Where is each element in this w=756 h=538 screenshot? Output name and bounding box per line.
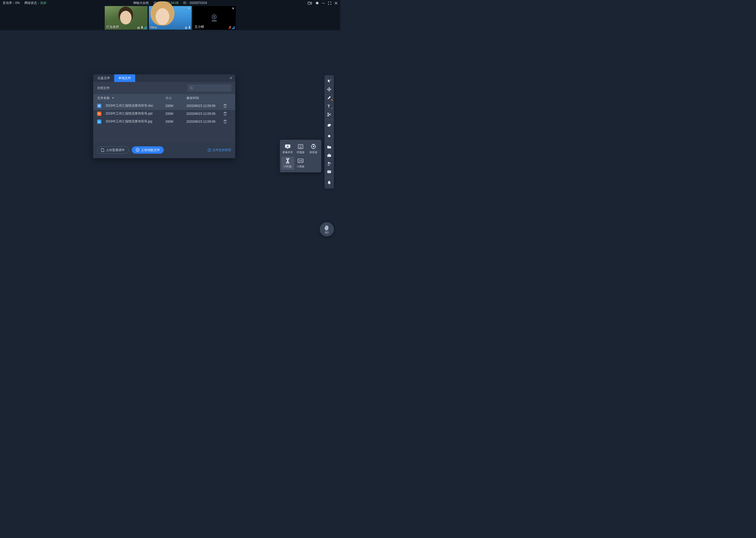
tool-bell[interactable] xyxy=(325,179,333,187)
svg-line-14 xyxy=(192,88,193,89)
svg-point-40 xyxy=(328,172,329,172)
record-icon[interactable] xyxy=(307,2,312,5)
file-type-icon: ▲ xyxy=(97,120,101,124)
svg-rect-8 xyxy=(189,26,190,28)
hand-icon xyxy=(324,225,329,231)
tool-move[interactable] xyxy=(325,85,333,93)
tool-blackboard[interactable]: 2+3 小黑板 xyxy=(294,157,307,170)
tab-cloud-files[interactable]: 云盘文件 xyxy=(93,74,114,82)
camera-icon xyxy=(137,27,140,29)
supported-types-link[interactable]: 文件支持类型 xyxy=(208,148,231,152)
svg-point-38 xyxy=(330,163,331,164)
file-icon xyxy=(101,148,104,152)
svg-point-7 xyxy=(186,27,186,28)
tool-buzzer[interactable]: 抢答器 xyxy=(307,142,320,155)
filter-all-files[interactable]: 全部文件 xyxy=(97,86,110,90)
file-dialog: 云盘文件 本地文件 ✕ 全部文件 文件名称 ▼ 大小 修改时间 W2019年工作… xyxy=(93,74,235,158)
tool-record[interactable] xyxy=(325,132,333,140)
dialog-close-icon[interactable]: ✕ xyxy=(229,76,233,80)
file-time: 2020/06/23 12:09:09 xyxy=(186,120,223,124)
tab-local-files[interactable]: 本地文件 xyxy=(114,74,135,82)
minimize-icon[interactable] xyxy=(322,2,325,5)
file-row[interactable]: W2019年工作汇报情况查询等等.doc200M2020/06/23 12:09… xyxy=(93,102,235,110)
svg-text:T: T xyxy=(328,104,330,108)
tool-pen[interactable] xyxy=(325,94,333,102)
tool-text[interactable]: T xyxy=(325,102,333,110)
search-icon xyxy=(190,86,193,89)
file-name: 2019年工作汇报情况查询等等.jpg xyxy=(106,119,152,124)
elapsed-time: 已上课：02:34:09 xyxy=(154,1,178,5)
participant-name: 叮当老师 xyxy=(106,25,119,29)
tool-toolbox[interactable] xyxy=(325,151,333,159)
right-toolbar: T xyxy=(324,75,334,188)
column-time[interactable]: 修改时间 xyxy=(186,96,223,100)
file-row[interactable]: ▲2019年工作汇报情况查询等等.jpg200M2020/06/23 12:09… xyxy=(93,118,235,126)
svg-point-37 xyxy=(328,162,329,164)
tool-timer[interactable]: 计时器 xyxy=(281,157,294,170)
session-id: ID：2020070324 xyxy=(183,1,207,5)
fullscreen-icon[interactable] xyxy=(328,2,331,5)
delete-icon[interactable] xyxy=(223,104,231,108)
svg-point-30 xyxy=(330,80,331,81)
responder-icon: ✓A✗B xyxy=(298,144,304,149)
svg-point-41 xyxy=(329,172,329,172)
svg-rect-5 xyxy=(141,26,142,28)
raise-hand-button[interactable]: 0/2 xyxy=(320,222,334,237)
svg-point-13 xyxy=(190,87,192,88)
tool-screen-share[interactable]: 屏幕共享 xyxy=(281,142,294,155)
video-strip: 叮当老师 ✕ Nina ✕ 王小明 xyxy=(0,6,340,30)
delete-icon[interactable] xyxy=(223,120,231,124)
delete-icon[interactable] xyxy=(223,112,231,116)
mic-icon xyxy=(188,26,191,29)
close-icon[interactable] xyxy=(334,2,338,5)
video-tile-teacher[interactable]: 叮当老师 xyxy=(105,6,148,30)
upload-animated-button[interactable]: 上传动效文件 xyxy=(132,146,164,154)
file-table-header: 文件名称 ▼ 大小 修改时间 xyxy=(93,94,235,102)
svg-point-10 xyxy=(213,16,215,18)
file-list: W2019年工作汇报情况查询等等.doc200M2020/06/23 12:09… xyxy=(93,102,235,126)
signal-icon xyxy=(232,26,235,29)
svg-point-34 xyxy=(328,135,330,137)
packet-loss: 丢包率：0% xyxy=(3,1,20,5)
file-time: 2020/06/23 12:09:09 xyxy=(186,112,223,116)
svg-point-28 xyxy=(330,80,330,80)
video-tile-student-1[interactable]: ✕ Nina xyxy=(149,6,192,30)
svg-point-17 xyxy=(209,149,210,150)
upload-normal-button[interactable]: 上传普通课件 xyxy=(97,146,129,154)
blackboard-icon: 2+3 xyxy=(298,158,304,164)
search-input[interactable] xyxy=(188,84,231,91)
file-size: 200M xyxy=(165,104,186,108)
tool-chat[interactable] xyxy=(325,168,333,176)
tile-close-icon[interactable]: ✕ xyxy=(232,7,234,10)
camera-off-icon xyxy=(209,13,219,23)
tile-close-icon[interactable]: ✕ xyxy=(188,7,190,10)
timer-icon xyxy=(285,158,291,164)
file-name: 2019年工作汇报情况查询等等.ppt xyxy=(106,111,153,116)
tool-cursor[interactable] xyxy=(325,77,333,85)
svg-text:✓A: ✓A xyxy=(299,145,302,146)
tool-responder[interactable]: ✓A✗B 答题器 xyxy=(294,142,307,155)
class-title: 神秘大自然 xyxy=(133,1,149,5)
participant-name: Nina xyxy=(150,26,157,29)
file-row[interactable]: P2019年工作汇报情况查询等等.ppt200M2020/06/23 12:09… xyxy=(93,110,235,118)
svg-point-42 xyxy=(330,172,330,172)
tool-scissors[interactable] xyxy=(325,111,333,119)
video-tile-student-2[interactable]: ✕ 王小明 xyxy=(193,6,236,30)
play-circle-icon xyxy=(136,148,139,152)
raise-hand-count: 0/2 xyxy=(325,231,329,234)
svg-rect-36 xyxy=(328,154,330,155)
file-type-icon: W xyxy=(97,104,101,108)
tool-users[interactable] xyxy=(325,160,333,168)
svg-text:✗B: ✗B xyxy=(299,147,302,148)
camera-icon xyxy=(185,27,188,29)
tool-files[interactable] xyxy=(325,143,333,151)
column-size[interactable]: 大小 xyxy=(165,96,186,100)
network-status: 网络状态：良好 xyxy=(24,1,46,5)
svg-point-29 xyxy=(330,79,331,80)
settings-icon[interactable] xyxy=(315,1,319,5)
file-size: 200M xyxy=(165,112,186,116)
tool-eraser[interactable] xyxy=(325,121,333,129)
svg-rect-18 xyxy=(209,150,210,151)
sort-desc-icon: ▼ xyxy=(112,97,114,99)
column-name[interactable]: 文件名称 ▼ xyxy=(97,96,165,100)
